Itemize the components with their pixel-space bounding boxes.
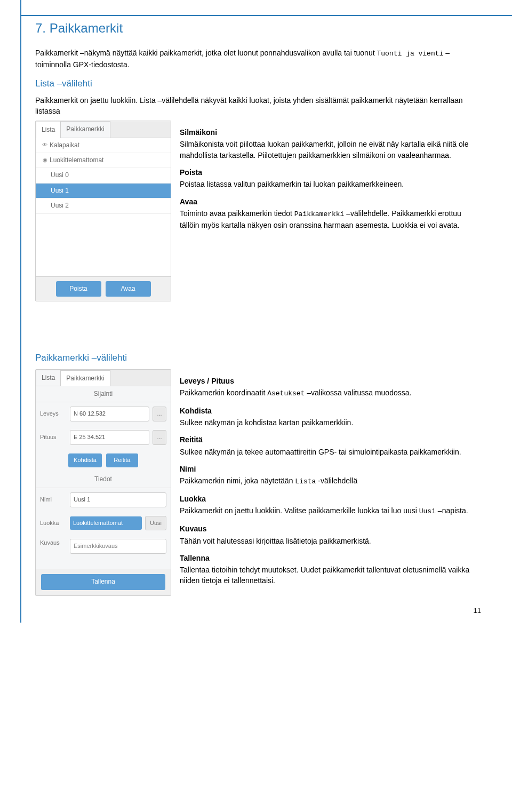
sijainti-label: Sijainti [36,386,171,402]
leveys-text-1: Paikkamerkin koordinaatit [180,388,267,397]
kohdista-text: Sulkee näkymän ja kohdistaa kartan paikk… [180,417,480,428]
nimi-label: Nimi [40,496,67,504]
intro-mono: Tuonti ja vienti [377,50,443,58]
luokka-label: Luokka [40,519,67,528]
nimi-text-2: -välilehdellä [316,476,357,485]
section-title: 7. Paikkamerkit [35,19,128,38]
eye-icon[interactable]: 👁 [40,141,50,149]
kohdista-button[interactable]: Kohdista [68,453,102,467]
tab-lista[interactable]: Lista [36,370,61,386]
panel-tabs: Lista Paikkamerkki [36,121,171,138]
kuvaus-heading: Kuvaus [180,523,480,534]
reitita-button[interactable]: Reititä [106,453,138,467]
nimi-text: Paikkamerkin nimi, joka näytetään Lista … [180,475,480,487]
tab-paikkamerkki[interactable]: Paikkamerkki [60,121,110,137]
tiedot-label: Tiedot [36,472,171,488]
list-item[interactable]: Uusi 0 [36,168,171,183]
page-number: 11 [474,606,481,616]
pituus-label: Pituus [40,433,67,442]
lista-panel: Lista Paikkamerkki 👁 Kalapaikat ◉ Luokit… [35,121,171,301]
avaa-text-1: Toiminto avaa paikkamerkin tiedot [180,209,294,218]
poista-text: Poistaa listassa valitun paikkamerkin ta… [180,179,480,189]
panel-tabs: Lista Paikkamerkki [36,370,171,386]
luokka-select[interactable]: Luokittelemattomat [70,516,142,530]
kuvaus-label: Kuvaus [40,539,67,547]
tallenna-heading: Tallenna [180,553,480,563]
avaa-mono: Paikkamerkki [294,210,345,218]
uusi-button[interactable]: Uusi [145,516,166,531]
pituus-dots-button[interactable]: ... [153,430,166,445]
nimi-text-1: Paikkamerkin nimi, joka näytetään [180,476,295,485]
intro-text-1: Paikkamerkit –näkymä näyttää kaikki paik… [35,49,377,57]
list-item[interactable]: ◉ Luokittelemattomat [36,153,171,168]
poista-heading: Poista [180,167,480,178]
leveys-input[interactable]: N 60 12.532 [70,407,149,421]
panel-footer: Poista Avaa [36,277,171,301]
avaa-text: Toiminto avaa paikkamerkin tiedot Paikka… [180,208,480,230]
reitita-text: Sulkee näkymän ja tekee automaattireitin… [180,447,480,457]
list-item[interactable]: Uusi 2 [36,198,171,213]
list-item-label: Luokittelemattomat [50,156,103,165]
kohdista-heading: Kohdista [180,405,480,416]
leveys-text: Paikkamerkin koordinaatit Asetukset –val… [180,387,480,399]
avaa-heading: Avaa [180,196,480,207]
save-footer: Tallenna [36,569,171,595]
silmaikoni-text: Silmäikonista voit piilottaa luokan paik… [180,139,480,161]
paikkamerkki-heading: Paikkamerkki –välilehti [35,352,480,365]
leveys-mono: Asetukset [267,389,305,397]
avaa-button[interactable]: Avaa [106,281,151,297]
kuvaus-input[interactable]: Esimerkkikuvaus [70,539,166,554]
reitita-heading: Reititä [180,434,480,445]
luokka-mono: Uusi [419,507,436,515]
tab-lista[interactable]: Lista [36,122,61,138]
eye-icon[interactable]: ◉ [40,156,50,164]
list-body: 👁 Kalapaikat ◉ Luokittelemattomat Uusi 0… [36,138,171,277]
leveys-dots-button[interactable]: ... [153,407,166,421]
luokka-text-2: –napista. [436,506,468,515]
luokka-heading: Luokka [180,493,480,504]
tab-paikkamerkki[interactable]: Paikkamerkki [60,370,110,386]
lista-intro: Paikkamerkit on jaettu luokkiin. Lista –… [35,95,480,117]
kuvaus-text: Tähän voit halutessasi kirjoittaa lisäti… [180,536,480,546]
tallenna-button[interactable]: Tallenna [41,574,165,590]
leveys-heading: Leveys / Pituus [180,376,480,386]
poista-button[interactable]: Poista [56,281,101,297]
leveys-label: Leveys [40,410,67,418]
silmaikoni-heading: Silmäikoni [180,127,480,138]
luokka-text-1: Paikkamerkit on jaettu luokkiin. Valitse… [180,506,419,515]
tallenna-text: Tallentaa tietoihin tehdyt muutokset. Uu… [180,564,480,586]
leveys-text-2: –valikossa valitussa muodossa. [305,388,411,397]
intro-paragraph: Paikkamerkit –näkymä näyttää kaikki paik… [35,47,480,70]
paikkamerkki-panel: Lista Paikkamerkki Sijainti Leveys N 60 … [35,369,171,596]
nimi-input[interactable]: Uusi 1 [70,492,166,507]
nimi-mono: Lista [295,477,316,485]
list-item[interactable]: 👁 Kalapaikat [36,138,171,153]
list-item-selected[interactable]: Uusi 1 [36,184,171,198]
luokka-text: Paikkamerkit on jaettu luokkiin. Valitse… [180,505,480,517]
nimi-heading: Nimi [180,464,480,474]
list-item-label: Kalapaikat [50,141,79,150]
pituus-input[interactable]: E 25 34.521 [70,430,149,445]
lista-heading: Lista –välilehti [35,77,480,91]
